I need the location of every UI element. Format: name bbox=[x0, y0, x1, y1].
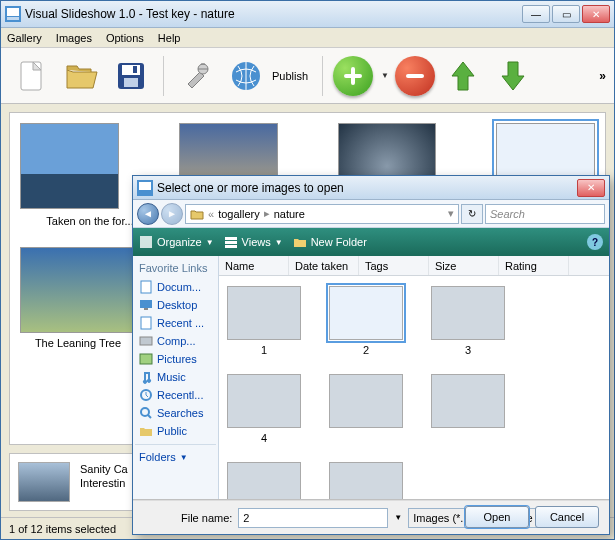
menu-help[interactable]: Help bbox=[158, 32, 181, 44]
favorites-panel: Favorite Links Docum... Desktop Recent .… bbox=[133, 256, 219, 499]
views-button[interactable]: Views▼ bbox=[224, 235, 283, 249]
svg-rect-2 bbox=[7, 17, 19, 20]
fav-public[interactable]: Public bbox=[135, 422, 216, 440]
save-button[interactable] bbox=[109, 54, 153, 98]
refresh-button[interactable]: ↻ bbox=[461, 204, 483, 224]
fav-music[interactable]: Music bbox=[135, 368, 216, 386]
move-down-button[interactable] bbox=[491, 54, 535, 98]
fav-recently[interactable]: Recentl... bbox=[135, 386, 216, 404]
file-open-dialog: Select one or more images to open ✕ ◄ ► … bbox=[132, 175, 610, 535]
main-title: Visual Slideshow 1.0 - Test key - nature bbox=[25, 7, 522, 21]
file-list: Name Date taken Tags Size Rating 1 2 3 4 bbox=[219, 256, 609, 499]
col-size[interactable]: Size bbox=[429, 256, 499, 275]
app-icon bbox=[137, 180, 153, 196]
filename-dropdown[interactable]: ▼ bbox=[394, 513, 402, 522]
file-item[interactable] bbox=[227, 462, 301, 499]
views-icon bbox=[224, 235, 238, 249]
new-folder-button[interactable]: New Folder bbox=[293, 235, 367, 249]
address-bar: ◄ ► « togallery ▸ nature ▾ ↻ Search bbox=[133, 200, 609, 228]
cancel-button[interactable]: Cancel bbox=[535, 506, 599, 528]
file-item[interactable] bbox=[431, 374, 505, 444]
dialog-body: Favorite Links Docum... Desktop Recent .… bbox=[133, 256, 609, 500]
maximize-button[interactable]: ▭ bbox=[552, 5, 580, 23]
svg-rect-5 bbox=[122, 65, 140, 75]
fav-documents[interactable]: Docum... bbox=[135, 278, 216, 296]
publish-label: Publish bbox=[272, 70, 308, 82]
status-text: 1 of 12 items selected bbox=[9, 523, 116, 535]
remove-button[interactable] bbox=[395, 56, 435, 96]
menu-options[interactable]: Options bbox=[106, 32, 144, 44]
move-up-button[interactable] bbox=[441, 54, 485, 98]
separator bbox=[163, 56, 164, 96]
file-item-selected[interactable]: 2 bbox=[329, 286, 403, 356]
svg-rect-7 bbox=[133, 66, 137, 73]
menubar: Gallery Images Options Help bbox=[1, 28, 614, 48]
detail-thumbnail bbox=[18, 462, 70, 502]
svg-rect-20 bbox=[140, 337, 152, 345]
back-button[interactable]: ◄ bbox=[137, 203, 159, 225]
dialog-toolbar: Organize▼ Views▼ New Folder ? bbox=[133, 228, 609, 256]
thumbnail-grid: 1 2 3 4 bbox=[219, 276, 609, 499]
help-button[interactable]: ? bbox=[587, 234, 603, 250]
menu-gallery[interactable]: Gallery bbox=[7, 32, 42, 44]
menu-images[interactable]: Images bbox=[56, 32, 92, 44]
breadcrumb-segment[interactable]: nature bbox=[274, 208, 305, 220]
open-button[interactable] bbox=[59, 54, 103, 98]
minimize-button[interactable]: — bbox=[522, 5, 550, 23]
breadcrumb[interactable]: « togallery ▸ nature ▾ bbox=[185, 204, 459, 224]
col-name[interactable]: Name bbox=[219, 256, 289, 275]
thumbnail[interactable] bbox=[20, 247, 136, 333]
forward-button[interactable]: ► bbox=[161, 203, 183, 225]
main-titlebar: Visual Slideshow 1.0 - Test key - nature… bbox=[1, 1, 614, 28]
toolbar-overflow[interactable]: » bbox=[599, 69, 606, 83]
dialog-close-button[interactable]: ✕ bbox=[577, 179, 605, 197]
settings-button[interactable] bbox=[174, 54, 218, 98]
svg-rect-14 bbox=[225, 241, 237, 244]
breadcrumb-segment[interactable]: togallery bbox=[218, 208, 260, 220]
new-button[interactable] bbox=[9, 54, 53, 98]
col-rating[interactable]: Rating bbox=[499, 256, 569, 275]
svg-rect-18 bbox=[144, 308, 148, 310]
favorites-title: Favorite Links bbox=[135, 260, 216, 278]
svg-rect-15 bbox=[225, 245, 237, 248]
thumbnail[interactable] bbox=[20, 123, 119, 209]
fav-searches[interactable]: Searches bbox=[135, 404, 216, 422]
file-item[interactable] bbox=[329, 462, 403, 499]
dialog-titlebar: Select one or more images to open ✕ bbox=[133, 176, 609, 200]
organize-button[interactable]: Organize▼ bbox=[139, 235, 214, 249]
svg-rect-17 bbox=[140, 300, 152, 308]
filename-input[interactable] bbox=[238, 508, 388, 528]
add-button[interactable] bbox=[333, 56, 373, 96]
detail-line: Interestin bbox=[80, 476, 128, 490]
svg-rect-12 bbox=[140, 236, 152, 248]
folders-toggle[interactable]: Folders▼ bbox=[135, 444, 216, 465]
file-item[interactable]: 4 bbox=[227, 374, 301, 444]
fav-desktop[interactable]: Desktop bbox=[135, 296, 216, 314]
file-item[interactable]: 1 bbox=[227, 286, 301, 356]
filename-label: File name: bbox=[181, 512, 232, 524]
svg-rect-16 bbox=[141, 281, 151, 293]
svg-rect-1 bbox=[7, 8, 19, 16]
svg-rect-19 bbox=[141, 317, 151, 329]
toolbar: Publish ▼ » bbox=[1, 48, 614, 104]
file-item[interactable]: 3 bbox=[431, 286, 505, 356]
fav-recent[interactable]: Recent ... bbox=[135, 314, 216, 332]
detail-line: Sanity Ca bbox=[80, 462, 128, 476]
fav-computer[interactable]: Comp... bbox=[135, 332, 216, 350]
close-button[interactable]: ✕ bbox=[582, 5, 610, 23]
publish-button[interactable] bbox=[224, 54, 268, 98]
open-button[interactable]: Open bbox=[465, 506, 529, 528]
organize-icon bbox=[139, 235, 153, 249]
svg-point-23 bbox=[141, 408, 149, 416]
svg-rect-13 bbox=[225, 237, 237, 240]
add-dropdown[interactable]: ▼ bbox=[381, 71, 389, 80]
svg-rect-11 bbox=[139, 182, 151, 190]
col-tags[interactable]: Tags bbox=[359, 256, 429, 275]
col-date[interactable]: Date taken bbox=[289, 256, 359, 275]
column-headers: Name Date taken Tags Size Rating bbox=[219, 256, 609, 276]
search-input[interactable]: Search bbox=[485, 204, 605, 224]
folder-icon bbox=[190, 207, 204, 221]
fav-pictures[interactable]: Pictures bbox=[135, 350, 216, 368]
file-item[interactable] bbox=[329, 374, 403, 444]
svg-rect-3 bbox=[21, 62, 41, 90]
